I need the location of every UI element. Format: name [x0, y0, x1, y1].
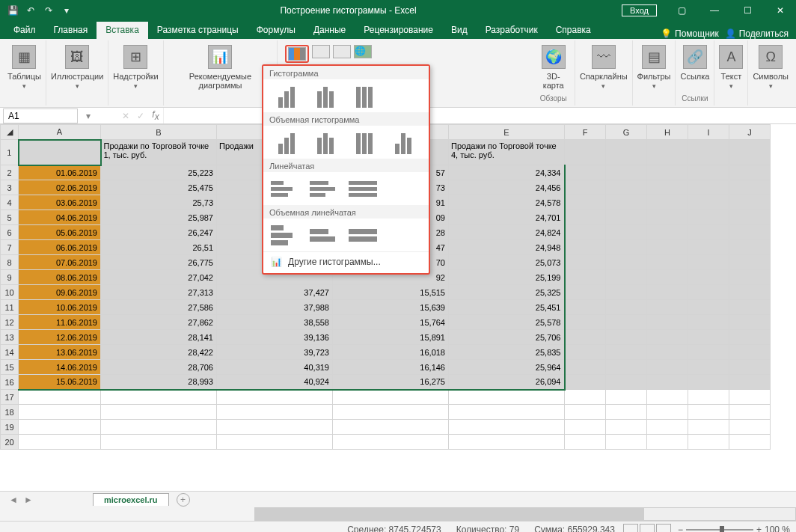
table-row[interactable]: 12 11.06.2019 27,862 38,558 15,764 25,57… — [1, 315, 771, 330]
table-row[interactable]: 10 09.06.2019 27,313 37,427 15,515 25,32… — [1, 285, 771, 300]
column-chart-button[interactable] — [285, 45, 309, 63]
col-header[interactable]: J — [729, 125, 771, 140]
login-button[interactable]: Вход — [622, 4, 657, 16]
symbol-icon: Ω — [759, 45, 783, 69]
bulb-icon: 💡 — [661, 28, 672, 39]
tab-scroll-right-icon[interactable]: ► — [22, 495, 34, 505]
dropdown-section-label: Гистограмма — [263, 66, 429, 79]
tab-insert[interactable]: Вставка — [97, 22, 148, 39]
stacked-column-icon[interactable] — [310, 84, 341, 108]
namebox-dropdown-icon[interactable]: ▾ — [81, 111, 96, 121]
tab-pagelayout[interactable]: Разметка страницы — [148, 22, 248, 39]
col-header[interactable]: G — [606, 125, 647, 140]
sheet-tab[interactable]: microexcel.ru — [93, 493, 169, 506]
3d-clustered-column-icon[interactable] — [271, 130, 302, 154]
col-header[interactable]: E — [449, 125, 565, 140]
zoom-control[interactable]: − + 100 % — [678, 525, 790, 533]
ribbon-tabs: Файл Главная Вставка Разметка страницы Ф… — [0, 21, 796, 39]
col-header[interactable]: F — [565, 125, 606, 140]
tell-me-button[interactable]: 💡Помощник — [661, 28, 719, 39]
tab-home[interactable]: Главная — [45, 22, 97, 39]
group-text[interactable]: AТекст▾ — [714, 40, 748, 106]
select-all-corner[interactable]: ◢ — [1, 125, 19, 140]
horizontal-scrollbar[interactable] — [0, 507, 796, 521]
group-tables[interactable]: ▦Таблицы▾ — [3, 40, 46, 106]
new-sheet-button[interactable]: + — [177, 493, 190, 507]
group-tours[interactable]: 🌍3D-карта Обзоры — [533, 40, 575, 106]
globe-icon: 🌍 — [542, 45, 566, 69]
3d-stacked100-column-icon[interactable] — [349, 130, 380, 154]
col-header[interactable]: H — [647, 125, 688, 140]
page-layout-view-icon[interactable] — [640, 524, 655, 533]
col-header[interactable]: B — [101, 125, 217, 140]
group-sparklines[interactable]: 〰Спарклайны▾ — [575, 40, 633, 106]
sparkline-icon: 〰 — [592, 45, 616, 69]
undo-icon[interactable]: ↶ — [22, 2, 39, 19]
pie-chart-button[interactable] — [333, 45, 351, 58]
col-header[interactable]: A — [19, 125, 101, 140]
clustered-bar-icon[interactable] — [271, 177, 302, 201]
name-box[interactable] — [3, 108, 78, 123]
save-icon[interactable]: 💾 — [4, 2, 21, 19]
tab-help[interactable]: Справка — [547, 22, 600, 39]
3d-clustered-bar-icon[interactable] — [271, 223, 302, 247]
stacked100-column-icon[interactable] — [349, 84, 380, 108]
group-links[interactable]: 🔗Ссылка Ссылки — [676, 40, 714, 106]
table-row[interactable]: 16 15.06.2019 28,993 40,924 16,275 26,09… — [1, 375, 771, 390]
table-icon: ▦ — [12, 45, 36, 69]
active-cell[interactable] — [19, 140, 101, 165]
formula-input[interactable] — [163, 108, 796, 123]
minimize-icon[interactable]: ― — [699, 0, 730, 21]
table-row[interactable]: 17 — [1, 390, 771, 405]
clustered-column-icon[interactable] — [271, 84, 302, 108]
table-row[interactable]: 14 13.06.2019 28,422 39,723 16,018 25,83… — [1, 345, 771, 360]
table-row[interactable]: 18 — [1, 405, 771, 420]
stacked-bar-icon[interactable] — [310, 177, 341, 201]
ribbon-options-icon[interactable]: ▢ — [666, 0, 697, 21]
tab-view[interactable]: Вид — [442, 22, 477, 39]
tab-data[interactable]: Данные — [304, 22, 355, 39]
normal-view-icon[interactable] — [623, 524, 638, 533]
stacked100-bar-icon[interactable] — [349, 177, 380, 201]
group-symbols[interactable]: ΩСимволы▾ — [748, 40, 793, 106]
scrollbar-thumb[interactable] — [255, 508, 644, 520]
3d-stacked-bar-icon[interactable] — [310, 223, 341, 247]
zoom-out-icon[interactable]: − — [678, 525, 683, 533]
cancel-formula-icon[interactable]: ✕ — [118, 111, 133, 121]
3d-stacked100-bar-icon[interactable] — [349, 223, 380, 247]
tab-formulas[interactable]: Формулы — [248, 22, 304, 39]
table-row[interactable]: 11 10.06.2019 27,586 37,988 15,639 25,45… — [1, 300, 771, 315]
tab-file[interactable]: Файл — [4, 22, 45, 39]
tab-scroll-left-icon[interactable]: ◄ — [7, 495, 19, 505]
tab-developer[interactable]: Разработчик — [477, 22, 547, 39]
share-button[interactable]: 👤Поделиться — [725, 28, 789, 39]
table-row[interactable]: 19 — [1, 420, 771, 435]
maximize-icon[interactable]: ☐ — [732, 0, 763, 21]
map-chart-button[interactable]: 🌐 — [354, 45, 372, 58]
col-header[interactable]: I — [688, 125, 729, 140]
fx-icon[interactable]: fx — [148, 109, 163, 122]
filter-icon: ▤ — [642, 45, 666, 69]
page-break-view-icon[interactable] — [656, 524, 671, 533]
group-illustrations[interactable]: 🖼Иллюстрации▾ — [46, 40, 108, 106]
table-row[interactable]: 15 14.06.2019 28,706 40,319 16,146 25,96… — [1, 360, 771, 375]
group-addins[interactable]: ⊞Надстройки▾ — [108, 40, 163, 106]
tab-review[interactable]: Рецензирование — [355, 22, 442, 39]
3d-stacked-column-icon[interactable] — [310, 130, 341, 154]
3d-column-icon[interactable] — [388, 130, 419, 154]
group-recommended-charts[interactable]: 📊Рекомендуемые диаграммы — [164, 40, 278, 106]
close-icon[interactable]: ✕ — [765, 0, 796, 21]
more-charts-button[interactable]: 📊 Другие гистограммы... — [263, 251, 429, 272]
redo-icon[interactable]: ↷ — [40, 2, 57, 19]
chart-q-icon: 📊 — [208, 45, 232, 69]
enter-formula-icon[interactable]: ✓ — [133, 111, 148, 121]
zoom-in-icon[interactable]: + — [756, 525, 762, 533]
group-filters[interactable]: ▤Фильтры▾ — [633, 40, 676, 106]
line-chart-button[interactable] — [312, 45, 330, 58]
table-row[interactable]: 13 12.06.2019 28,141 39,136 15,891 25,70… — [1, 330, 771, 345]
zoom-slider[interactable] — [686, 529, 753, 531]
text-icon: A — [719, 45, 743, 69]
zoom-level[interactable]: 100 % — [765, 525, 790, 533]
qat-customize-icon[interactable]: ▾ — [58, 2, 75, 19]
table-row[interactable]: 20 — [1, 435, 771, 450]
